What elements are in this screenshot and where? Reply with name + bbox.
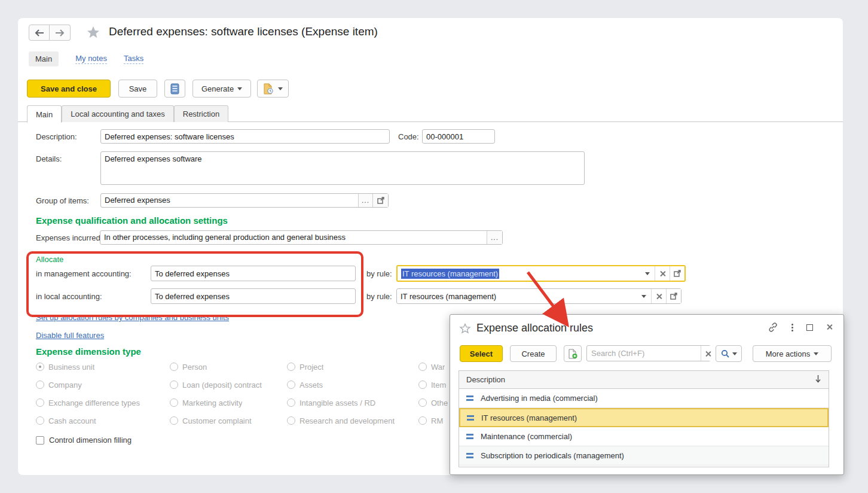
clear-icon bbox=[659, 270, 666, 277]
radio-person[interactable]: Person bbox=[170, 361, 287, 373]
list-item-icon bbox=[467, 415, 474, 417]
more-actions-button[interactable]: More actions bbox=[753, 345, 832, 362]
expenses-incurred-value: In other processes, including general pr… bbox=[100, 231, 487, 244]
mgmt-rule-dropdown-button[interactable] bbox=[640, 266, 655, 281]
local-accounting-input[interactable] bbox=[151, 288, 356, 304]
tab-restriction[interactable]: Restriction bbox=[174, 105, 228, 122]
sort-descending-icon[interactable] bbox=[815, 375, 821, 385]
nav-item-my-notes[interactable]: My notes bbox=[75, 54, 107, 64]
radio-icon bbox=[418, 381, 427, 389]
radio-icon bbox=[36, 381, 44, 389]
control-dimension-checkbox-row[interactable]: Control dimension filling bbox=[36, 436, 132, 445]
chevron-down-icon bbox=[814, 352, 818, 355]
group-open-button[interactable] bbox=[372, 194, 388, 207]
table-row[interactable]: Subscription to periodicals (management) bbox=[459, 446, 829, 465]
mgmt-accounting-input[interactable] bbox=[151, 266, 356, 281]
favorite-star-icon[interactable] bbox=[86, 25, 100, 41]
back-button[interactable] bbox=[29, 25, 50, 41]
document-clock-icon bbox=[264, 83, 273, 95]
radio-assets[interactable]: Assets bbox=[287, 379, 418, 391]
radio-intangible-assets[interactable]: Intangible assets / RD bbox=[287, 397, 418, 409]
group-of-items-field[interactable]: Deferred expenses ... bbox=[100, 193, 389, 208]
radio-icon bbox=[287, 398, 295, 407]
nav-item-main[interactable]: Main bbox=[29, 51, 59, 66]
form-tabbar: Main Local accounting and taxes Restrict… bbox=[18, 105, 843, 122]
get-link-button[interactable] bbox=[768, 322, 778, 333]
row-label: IT resources (management) bbox=[481, 413, 577, 422]
chevron-down-icon bbox=[278, 87, 283, 90]
description-input[interactable] bbox=[100, 129, 390, 144]
allocate-heading: Allocate bbox=[36, 255, 63, 264]
tab-main[interactable]: Main bbox=[27, 105, 62, 123]
create-new-doc-button[interactable] bbox=[564, 345, 582, 362]
expenses-incurred-ellipsis-button[interactable]: ... bbox=[487, 231, 502, 244]
more-menu-button[interactable] bbox=[791, 324, 793, 331]
forward-button[interactable] bbox=[50, 25, 71, 41]
radio-exchange-difference[interactable]: Exchange difference types bbox=[36, 397, 170, 409]
radio-icon bbox=[170, 416, 178, 425]
mgmt-rule-clear-button[interactable] bbox=[655, 266, 670, 281]
table-header[interactable]: Description bbox=[459, 371, 829, 389]
popup-title: Expense allocation rules bbox=[476, 322, 593, 334]
radio-project[interactable]: Project bbox=[287, 361, 418, 373]
radio-item[interactable]: Item bbox=[418, 379, 448, 391]
table-row[interactable]: Maintenance (commercial) bbox=[459, 427, 829, 446]
close-button[interactable] bbox=[826, 324, 834, 331]
tab-local-accounting[interactable]: Local accounting and taxes bbox=[62, 105, 174, 122]
group-of-items-label: Group of items: bbox=[36, 196, 89, 205]
save-button[interactable]: Save bbox=[118, 80, 157, 98]
radio-cash-account[interactable]: Cash account bbox=[36, 415, 170, 427]
radio-marketing-activity[interactable]: Marketing activity bbox=[170, 397, 287, 409]
maximize-button[interactable] bbox=[806, 324, 813, 331]
details-textarea[interactable]: Deferred expenses software bbox=[100, 151, 585, 185]
radio-business-unit[interactable]: Business unit bbox=[36, 361, 170, 373]
radio-customer-complaint[interactable]: Customer complaint bbox=[170, 415, 287, 427]
expense-allocation-rules-window: Expense allocation rules Select Create bbox=[450, 314, 844, 475]
search-options-button[interactable] bbox=[716, 345, 742, 362]
nav-item-tasks[interactable]: Tasks bbox=[124, 54, 143, 64]
radio-rm[interactable]: RM bbox=[418, 415, 448, 427]
select-button[interactable]: Select bbox=[460, 345, 503, 362]
row-label: Advertising in media (commercial) bbox=[481, 394, 598, 403]
kebab-menu-icon bbox=[791, 324, 793, 331]
radio-company[interactable]: Company bbox=[36, 379, 170, 391]
radio-icon bbox=[36, 363, 44, 371]
save-and-close-button[interactable]: Save and close bbox=[27, 80, 111, 98]
mgmt-rule-open-button[interactable] bbox=[670, 266, 684, 281]
radio-warehouse[interactable]: War bbox=[418, 361, 448, 373]
mgmt-rule-combo[interactable]: IT resources (management) bbox=[396, 265, 686, 282]
setup-allocation-rules-link[interactable]: Set up allocation rules by companies and… bbox=[36, 313, 229, 322]
local-rule-open-button[interactable] bbox=[666, 289, 681, 303]
radio-icon bbox=[418, 363, 427, 371]
group-ellipsis-button[interactable]: ... bbox=[358, 194, 372, 207]
local-rule-dropdown-button[interactable] bbox=[636, 289, 651, 303]
report-button[interactable] bbox=[164, 80, 185, 98]
table-row-selected[interactable]: IT resources (management) bbox=[459, 408, 829, 427]
list-item-icon bbox=[466, 453, 473, 455]
search-clear-button[interactable] bbox=[701, 346, 714, 361]
radio-icon bbox=[170, 381, 178, 389]
command-bar: Save and close Save Generate bbox=[27, 80, 289, 98]
local-rule-clear-button[interactable] bbox=[651, 289, 666, 303]
radio-loan-contract[interactable]: Loan (deposit) contract bbox=[170, 379, 287, 391]
open-icon bbox=[674, 270, 681, 277]
generate-button[interactable]: Generate bbox=[192, 80, 251, 98]
local-rule-combo[interactable]: IT resources (management) bbox=[396, 288, 681, 304]
radio-other[interactable]: Othe bbox=[418, 397, 448, 409]
checkbox-icon bbox=[36, 436, 44, 445]
expenses-incurred-field[interactable]: In other processes, including general pr… bbox=[100, 230, 503, 245]
favorite-star-outline-icon[interactable] bbox=[459, 322, 471, 336]
disable-full-features-link[interactable]: Disable full features bbox=[36, 331, 104, 340]
radio-research-development[interactable]: Research and development bbox=[287, 415, 418, 427]
screen: { "header": { "title": "Deferred expense… bbox=[0, 0, 868, 493]
code-input[interactable] bbox=[422, 129, 495, 144]
create-button[interactable]: Create bbox=[510, 345, 557, 362]
search-input[interactable] bbox=[587, 346, 701, 361]
radio-icon bbox=[287, 363, 295, 371]
expenses-incurred-label: Expenses incurred: bbox=[36, 233, 102, 242]
maximize-icon bbox=[806, 324, 813, 331]
chevron-down-icon bbox=[645, 272, 650, 275]
history-doc-button[interactable] bbox=[257, 80, 289, 98]
radio-icon bbox=[170, 398, 178, 407]
table-row[interactable]: Advertising in media (commercial) bbox=[459, 389, 829, 408]
